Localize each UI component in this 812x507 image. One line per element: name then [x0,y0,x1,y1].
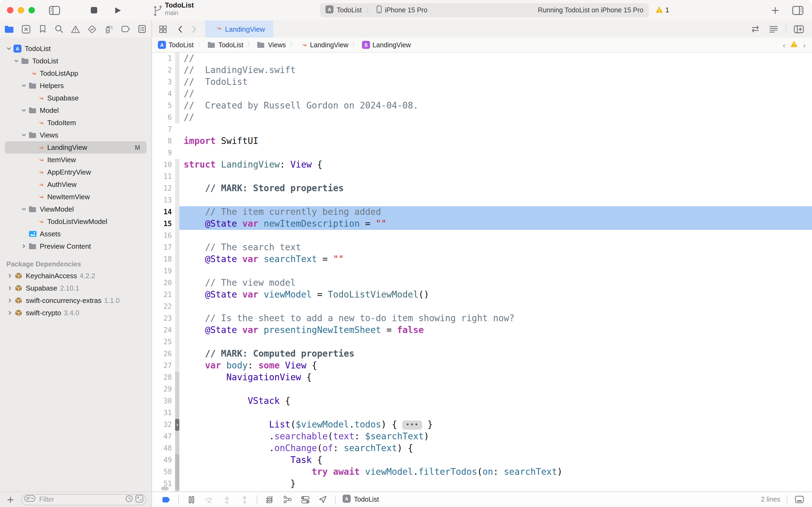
navigator-tab-changes-icon[interactable] [19,22,33,36]
add-editor-icon[interactable] [793,22,805,36]
code-text[interactable]: // MARK: Stored properties [179,183,812,194]
chevron-right-icon[interactable] [20,243,27,249]
warning-counter[interactable]: 1 [655,6,669,15]
chevron-down-icon[interactable] [5,46,12,52]
fold-ribbon[interactable] [175,372,179,384]
code-text[interactable]: // [179,53,812,64]
package-item[interactable]: KeychainAccess4.2.2 [0,270,152,282]
chevron-down-icon[interactable] [20,206,27,212]
line-number[interactable]: 18 [153,253,175,265]
line-number[interactable]: 47 [153,431,175,443]
code-text[interactable] [179,123,812,135]
step-out-icon[interactable] [239,494,250,505]
code-text[interactable]: // [179,112,812,123]
line-number[interactable]: 7 [153,123,175,135]
fold-ribbon[interactable] [175,100,179,112]
issue-warning-icon[interactable] [790,40,798,49]
file-tree-item[interactable]: TodoListViewModel [0,215,152,228]
fold-ribbon[interactable] [175,206,179,218]
code-text[interactable]: @State var searchText = "" [179,253,812,265]
chevron-down-icon[interactable] [20,83,27,89]
line-number[interactable]: 8 [153,135,175,147]
fold-ribbon[interactable] [175,53,179,64]
jumpbar-item[interactable]: ATodoList [158,41,193,49]
fold-ribbon[interactable] [175,407,179,419]
minimize-window-button[interactable] [18,7,24,13]
code-text[interactable] [179,301,812,313]
code-text[interactable] [179,407,812,419]
code-text[interactable]: List($viewModel.todos) { ••• } [179,419,812,431]
line-number[interactable]: 22 [153,301,175,313]
file-tree-item[interactable]: Model [0,104,152,117]
code-text[interactable]: var body: some View { [179,360,812,372]
file-tree-item[interactable]: TodoListApp [0,67,152,79]
back-button[interactable] [174,22,186,36]
chevron-right-icon[interactable] [6,297,13,303]
fold-ribbon[interactable] [175,395,179,407]
line-number[interactable]: 29 [153,384,175,395]
line-number[interactable]: 10 [153,159,175,171]
line-number[interactable]: 3 [153,76,175,88]
line-number[interactable]: 20 [153,277,175,289]
code-review-icon[interactable] [749,22,761,36]
line-number[interactable]: 16 [153,230,175,242]
code-text[interactable]: struct LandingView: View { [179,159,812,171]
fold-ribbon[interactable] [175,242,179,253]
code-text[interactable]: @State var viewModel = TodoListViewModel… [179,289,812,301]
environment-overrides-icon[interactable] [300,494,310,505]
line-number[interactable]: 48 [153,443,175,454]
code-text[interactable]: VStack { [179,395,812,407]
navigator-tab-project-icon[interactable] [2,22,16,36]
code-text[interactable]: // Created by Russell Gordon on 2024-04-… [179,100,812,112]
fold-ribbon[interactable] [175,135,179,147]
navigator-tab-breakpoints-icon[interactable] [118,22,132,36]
code-text[interactable] [179,230,812,242]
breakpoints-toggle-icon[interactable] [161,494,171,505]
code-text[interactable]: // The item currently being added [179,206,812,218]
file-tree-item[interactable]: ViewModel [0,203,152,215]
code-text[interactable] [179,265,812,277]
file-tree-item[interactable]: LandingViewM [5,141,147,154]
chevron-right-icon[interactable] [6,310,13,316]
previous-issue-icon[interactable]: ‹ [783,41,785,49]
code-text[interactable]: @State var presentingNewItemSheet = fals… [179,324,812,336]
file-tree-item[interactable]: AuthView [0,178,152,191]
fold-ribbon[interactable] [175,194,179,206]
line-number[interactable]: 32 [153,419,175,431]
fold-ribbon[interactable] [175,324,179,336]
fold-ribbon[interactable] [175,454,179,466]
fold-ribbon[interactable] [175,218,179,230]
file-tree-item[interactable]: Supabase [0,92,152,104]
fold-ribbon[interactable] [175,253,179,265]
running-app-item[interactable]: A TodoList [343,495,379,504]
line-number[interactable]: 6 [153,112,175,123]
fold-ribbon[interactable] [175,147,179,159]
jumpbar-item[interactable]: SLandingView [362,41,411,49]
line-number[interactable]: 15 [153,218,175,230]
fold-ribbon[interactable] [175,301,179,313]
source-editor[interactable]: 1//2// LandingView.swift3// TodoList4//5… [153,53,812,492]
navigator-tab-issues-icon[interactable] [69,22,83,36]
code-text[interactable] [179,171,812,183]
code-text[interactable] [179,336,812,348]
fold-ribbon[interactable] [175,431,179,443]
code-text[interactable] [179,384,812,395]
navigator-tab-bookmarks-icon[interactable] [36,22,49,36]
package-item[interactable]: Supabase2.10.1 [0,282,152,294]
navigator-tab-tests-icon[interactable] [85,22,99,36]
line-number[interactable]: 25 [153,336,175,348]
navigator-tab-find-icon[interactable] [52,22,66,36]
package-item[interactable]: swift-concurrency-extras1.1.0 [0,294,152,307]
fold-ribbon[interactable] [175,88,179,100]
toggle-inspector-icon[interactable] [791,3,805,17]
line-number[interactable]: 19 [153,265,175,277]
package-item[interactable]: swift-crypto3.4.0 [0,307,152,319]
fold-ribbon[interactable] [175,159,179,171]
code-text[interactable]: // LandingView.swift [179,64,812,76]
jumpbar-item[interactable]: TodoList [207,41,243,49]
flags-filter-icon[interactable] [135,494,143,505]
jumpbar-item[interactable]: LandingView [299,41,349,49]
memory-graph-icon[interactable] [282,494,293,505]
code-text[interactable]: .searchable(text: $searchText) [179,431,812,443]
toggle-navigator-icon[interactable] [47,3,61,17]
